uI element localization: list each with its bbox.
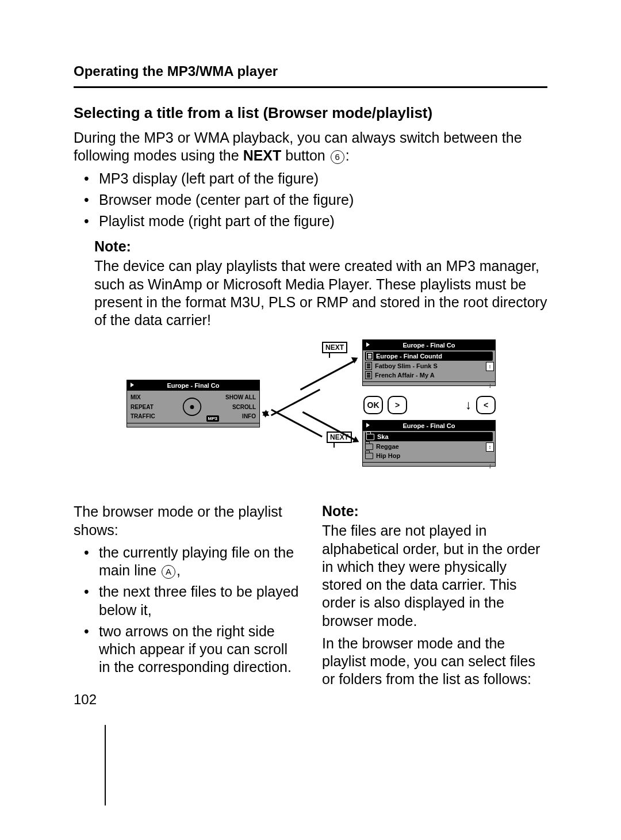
play-arrow-icon (366, 423, 370, 427)
list-item: Ska (365, 432, 493, 441)
file-icon (365, 371, 372, 379)
lower-right-column: Note: The files are not played in alphab… (322, 503, 547, 693)
intro-post: button (281, 147, 329, 163)
back-button[interactable]: < (476, 396, 496, 414)
note-block: Note: The device can play playlists that… (74, 238, 547, 329)
browser-screen: Europe - Final Co Ska Reggae Hip Hop ↕ ↓ (362, 420, 496, 467)
now-playing-title: Europe - Final Co (167, 382, 219, 389)
manual-page: Operating the MP3/WMA player Selecting a… (0, 0, 621, 840)
right-options: SHOW ALL SCROLL INFO (216, 391, 259, 423)
list-item: the next three files to be played below … (74, 583, 299, 619)
list-item: two arrows on the right side which appea… (74, 623, 299, 677)
lower-left-lead: The browser mode or the playlist shows: (74, 503, 299, 539)
disc-icon (182, 398, 201, 416)
text: the currently playing file on the main l… (99, 544, 294, 578)
screen-footer (127, 423, 259, 427)
play-arrow-icon (366, 342, 370, 347)
scroll-up-icon: ↕ (486, 442, 494, 452)
list-item-label: Reggae (376, 443, 399, 450)
screen-header: Europe - Final Co (127, 380, 259, 391)
arrow-line (271, 409, 323, 438)
list-item: the currently playing file on the main l… (74, 544, 299, 580)
heading: Selecting a title from a list (Browser m… (74, 104, 547, 122)
tail-paragraph: In the browser mode and the playlist mod… (322, 635, 547, 689)
scroll-indicators: ↕ ↓ (486, 362, 494, 390)
mp3-tag: MP3 (206, 415, 219, 422)
modes-figure: NEXT NEXT Europe - Final Co MIX REPEAT T… (126, 339, 494, 489)
list-item: Reggae (365, 442, 493, 451)
list-item-label: French Affair - My A (375, 372, 435, 379)
now-playing-title: Europe - Final Co (402, 342, 455, 349)
intro-paragraph: During the MP3 or WMA playback, you can … (74, 129, 547, 165)
list-item-label: Ska (377, 433, 389, 440)
list-item: Europe - Final Countd (365, 352, 493, 361)
mode-list: MP3 display (left part of the figure) Br… (74, 170, 547, 231)
disc-graphic: MP3 (168, 391, 216, 423)
opt-info: INFO (242, 413, 256, 419)
forward-button[interactable]: > (388, 396, 407, 414)
nav-button-row: OK > ↓ < (363, 396, 496, 414)
shows-list: the currently playing file on the main l… (74, 544, 299, 677)
mode-item: Browser mode (center part of the figure) (74, 191, 547, 209)
intro-end: : (346, 147, 350, 163)
scroll-up-icon: ↕ (486, 362, 494, 371)
play-arrow-icon (131, 383, 134, 387)
folder-icon (366, 434, 374, 440)
list-item: Hip Hop (365, 451, 493, 460)
opt-scroll: SCROLL (232, 404, 256, 410)
next-word: NEXT (243, 147, 282, 163)
header-rule (74, 86, 547, 88)
ok-button[interactable]: OK (363, 396, 383, 414)
arrow-line (300, 360, 357, 391)
list-item: French Affair - My A (365, 371, 493, 380)
lower-left-column: The browser mode or the playlist shows: … (74, 503, 299, 693)
next-tag-upper: NEXT (322, 342, 347, 353)
note-text: The files are not played in alphabetical… (322, 522, 547, 630)
opt-traffic: TRAFFIC (131, 413, 168, 419)
opt-mix: MIX (131, 394, 168, 400)
button-ref-6: 6 (331, 150, 344, 164)
scroll-down-icon: ↓ (486, 381, 494, 390)
lower-columns: The browser mode or the playlist shows: … (74, 503, 547, 693)
line-ref-a: A (162, 565, 175, 579)
screen-footer (363, 462, 495, 466)
note-heading: Note: (94, 238, 547, 255)
list-item: Fatboy Slim - Funk S (365, 361, 493, 371)
screen-header: Europe - Final Co (363, 340, 495, 350)
list-item-label: Europe - Final Countd (376, 353, 442, 360)
screen-header: Europe - Final Co (363, 421, 495, 431)
mode-item: Playlist mode (right part of the figure) (74, 212, 547, 230)
opt-repeat: REPEAT (131, 404, 168, 410)
mode-item: MP3 display (left part of the figure) (74, 170, 547, 188)
now-playing-title: Europe - Final Co (402, 422, 455, 429)
page-number: 102 (74, 692, 97, 708)
folder-icon (365, 444, 373, 450)
page-number-rule (105, 725, 106, 805)
note-heading: Note: (322, 503, 547, 520)
scroll-indicators: ↕ ↓ (486, 442, 494, 470)
playlist-screen: Europe - Final Co Europe - Final Countd … (362, 339, 496, 386)
down-arrow-icon: ↓ (465, 398, 471, 413)
screen-footer (363, 381, 495, 385)
folder-icon (365, 453, 373, 459)
section-header: Operating the MP3/WMA player (74, 63, 547, 79)
file-icon (365, 362, 372, 370)
scroll-down-icon: ↓ (486, 462, 494, 470)
list-item-label: Hip Hop (376, 452, 400, 459)
mp3-display-screen: Europe - Final Co MIX REPEAT TRAFFIC MP3… (126, 380, 260, 427)
file-icon (366, 352, 373, 360)
text: , (177, 562, 181, 578)
left-options: MIX REPEAT TRAFFIC (127, 391, 168, 423)
opt-showall: SHOW ALL (225, 394, 256, 400)
note-text: The device can play playlists that were … (94, 257, 547, 329)
list-item-label: Fatboy Slim - Funk S (375, 362, 438, 369)
